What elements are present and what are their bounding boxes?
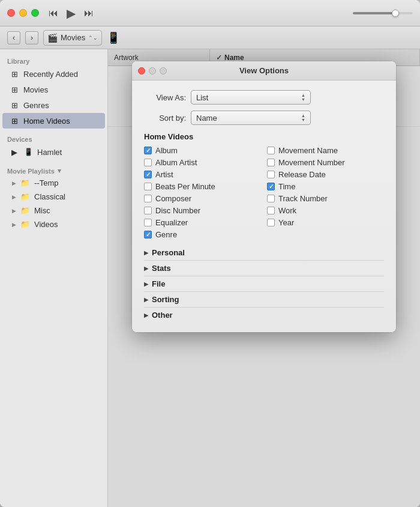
checkbox-album-artist: Album Artist [144,158,261,167]
recently-added-icon: ⊞ [10,69,19,79]
maximize-button[interactable] [31,9,39,17]
genre-check-icon: ✓ [146,231,151,238]
forward-button-nav[interactable]: › [25,31,38,44]
sort-by-label: Sort by: [144,114,186,123]
movement-name-checkbox[interactable] [267,147,275,154]
checkbox-equalizer: Equalizer [144,218,261,227]
sidebar-item-classical[interactable]: ▶ 📁 Classical [0,190,107,204]
bpm-checkbox[interactable] [144,183,152,190]
hamlet-label: Hamlet [37,148,62,157]
main-panel: Artwork ✓ Name "ONE OF WENDERS'S 20 BEST… [108,49,420,507]
checkbox-time: ✓ Time [267,182,384,191]
play-button[interactable]: ▶ [65,5,77,22]
time-check-icon: ✓ [269,183,274,190]
time-checkbox[interactable]: ✓ [267,183,275,190]
back-button[interactable]: ‹ [7,31,20,44]
transport-controls: ⏮ ▶ ⏭ [47,5,95,22]
folder-arrow-misc: ▶ [12,208,16,214]
album-label: Album [155,146,178,155]
sort-select-arrows-icon: ▲ ▼ [301,114,305,122]
movies-label: Movies [23,85,48,94]
checkbox-disc-number: Disc Number [144,206,261,215]
volume-slider-container [353,12,413,14]
device-icon-button[interactable]: 📱 [107,31,120,44]
disc-number-checkbox[interactable] [144,207,152,214]
genre-checkbox[interactable]: ✓ [144,231,152,238]
playlists-section-header[interactable]: Movie Playlists ▾ [0,165,107,176]
hamlet-device-icon: ▶ [10,147,19,157]
section-heading: Home Videos [144,132,384,141]
playlists-heading-label: Movie Playlists [7,168,55,175]
file-arrow-icon: ▶ [144,281,148,287]
volume-thumb [392,10,399,17]
forward-button[interactable]: ⏭ [83,7,95,20]
misc-label: Misc [34,206,50,215]
movies-icon: ⊞ [10,85,19,94]
sidebar-item-hamlet[interactable]: ▶ 📱 Hamlet [2,144,105,160]
composer-checkbox[interactable] [144,195,152,202]
devices-section-label: Devices [0,133,107,144]
traffic-lights [7,9,39,17]
stats-arrow-icon: ▶ [144,266,148,272]
close-button[interactable] [7,9,15,17]
devices-section: Devices ▶ 📱 Hamlet [0,133,107,160]
library-dropdown[interactable]: 🎬 Movies ⌃⌄ [43,30,102,46]
sidebar-item-recently-added[interactable]: ⊞ Recently Added [2,66,105,82]
playlists-arrow-icon: ▾ [58,167,61,175]
dialog-body: View As: List ▲ ▼ Sort by: [132,80,396,332]
dropdown-arrow-icon: ⌃⌄ [88,35,98,41]
classical-label: Classical [34,192,65,201]
folder-icon-misc: 📁 [20,206,30,215]
view-as-label: View As: [144,93,186,102]
sorting-section[interactable]: ▶ Sorting [144,291,384,307]
sort-by-value: Name [196,114,217,123]
genres-label: Genres [23,101,49,110]
album-artist-checkbox[interactable] [144,159,152,166]
artist-checkbox[interactable]: ✓ [144,171,152,178]
checkbox-track-number: Track Number [267,194,384,203]
checkbox-genre: ✓ Genre [144,230,261,239]
minimize-button[interactable] [19,9,27,17]
stats-section[interactable]: ▶ Stats [144,260,384,276]
sort-arrow-down-icon: ▼ [301,118,305,122]
checkbox-artist: ✓ Artist [144,170,261,179]
sort-by-select[interactable]: Name ▲ ▼ [191,111,311,125]
album-checkbox[interactable]: ✓ [144,147,152,154]
home-videos-icon: ⊞ [10,116,19,126]
release-date-label: Release Date [278,170,326,179]
sidebar-item-temp[interactable]: ▶ 📁 --Temp [0,176,107,190]
equalizer-checkbox[interactable] [144,219,152,226]
phone-icon: 📱 [23,147,33,157]
library-section-label: Library [0,55,107,66]
folder-arrow-classical: ▶ [12,194,16,200]
checkbox-composer: Composer [144,194,261,203]
work-checkbox[interactable] [267,207,275,214]
rewind-button[interactable]: ⏮ [47,7,59,20]
sidebar-item-misc[interactable]: ▶ 📁 Misc [0,204,107,217]
sidebar-item-home-videos[interactable]: ⊞ Home Videos [2,113,105,129]
personal-section[interactable]: ▶ Personal [144,245,384,260]
view-as-select[interactable]: List ▲ ▼ [191,90,311,105]
checkbox-album: ✓ Album [144,146,261,155]
file-section[interactable]: ▶ File [144,276,384,291]
arrow-up-icon: ▲ [301,93,305,97]
artist-label: Artist [155,170,173,179]
year-checkbox[interactable] [267,219,275,226]
sidebar-item-genres[interactable]: ⊞ Genres [2,97,105,113]
sidebar-item-movies[interactable]: ⊞ Movies [2,82,105,97]
sidebar-item-videos[interactable]: ▶ 📁 Videos [0,217,107,231]
release-date-checkbox[interactable] [267,171,275,178]
folder-arrow-videos: ▶ [12,222,16,228]
dialog-maximize-button[interactable] [160,67,167,74]
volume-slider[interactable] [353,12,413,14]
movement-number-checkbox[interactable] [267,159,275,166]
other-section[interactable]: ▶ Other [144,307,384,323]
file-label: File [152,279,165,288]
track-number-checkbox[interactable] [267,195,275,202]
dialog-close-button[interactable] [138,67,145,74]
collapsible-sections: ▶ Personal ▶ Stats ▶ File [144,245,384,323]
dialog-minimize-button[interactable] [149,67,156,74]
videos-label: Videos [34,220,58,229]
disc-number-label: Disc Number [155,206,200,215]
dialog-title: View Options [239,66,289,75]
